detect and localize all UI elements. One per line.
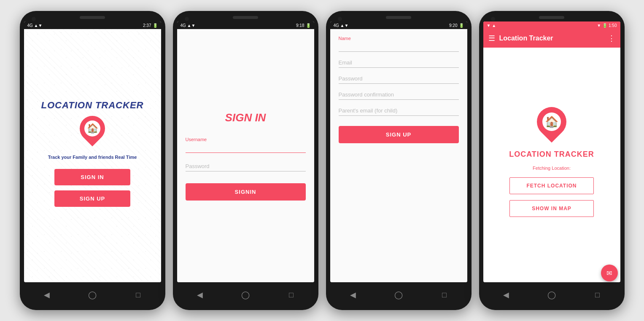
status-bar: 4G ▲▼ 2:37 🔋 — [24, 21, 161, 29]
status-bar: 4G ▲▼ 9:20 🔋 — [330, 21, 467, 29]
battery-icon: 🔋 — [602, 23, 607, 28]
recent-button[interactable]: □ — [438, 289, 450, 301]
password-input[interactable] — [339, 74, 459, 84]
signin-content: SIGN IN Username SIGNIN — [177, 29, 314, 282]
dashboard-pin-inner: 🏠 — [542, 112, 561, 131]
nav-bar: ◀ ◯ □ — [483, 285, 620, 305]
parent-email-group — [339, 106, 459, 116]
signup-button[interactable]: SIGN UP — [339, 126, 459, 143]
wifi-icon: ▼ — [597, 23, 601, 28]
name-label: Name — [339, 36, 459, 41]
menu-icon[interactable]: ☰ — [488, 34, 495, 43]
status-time: 9:18 — [296, 23, 304, 28]
status-left: 4G ▲▼ — [334, 23, 349, 28]
phone-4-dashboard: ▼ ▲ ▼ 🔋 1:50 ☰ Location Tracker ⋮ 🏠 LOCA… — [479, 11, 625, 310]
status-left: 4G ▲▼ — [27, 23, 43, 28]
fab-email-button[interactable]: ✉ — [601, 265, 618, 281]
username-group: Username — [186, 137, 306, 153]
status-time: 9:20 — [449, 23, 457, 28]
dashboard-content: 🏠 LOCATION TRACKER Fetching Location: FE… — [483, 48, 620, 282]
recent-button[interactable]: □ — [132, 289, 144, 301]
fetch-location-button[interactable]: FETCH LOCATION — [509, 177, 594, 194]
nav-bar: ◀ ◯ □ — [330, 285, 467, 305]
home-button[interactable]: ◯ — [393, 289, 404, 301]
nav-bar: ◀ ◯ □ — [24, 285, 161, 305]
splash-signup-button[interactable]: SIGN UP — [54, 190, 130, 207]
speaker — [233, 16, 258, 19]
fetching-text: Fetching Location: — [533, 166, 571, 171]
app-bar: ☰ Location Tracker ⋮ — [483, 29, 620, 48]
home-button[interactable]: ◯ — [86, 289, 98, 301]
name-input[interactable] — [339, 42, 459, 52]
more-icon[interactable]: ⋮ — [608, 34, 615, 43]
camera — [491, 17, 495, 21]
battery-icon: 🔋 — [306, 23, 311, 28]
signin-title: SIGN IN — [225, 111, 266, 124]
password-input[interactable] — [186, 161, 306, 171]
back-button[interactable]: ◀ — [41, 289, 53, 301]
camera — [338, 17, 342, 21]
username-input[interactable] — [186, 143, 306, 153]
pin-inner: 🏠 — [84, 120, 100, 136]
phone-3-signup: 4G ▲▼ 9:20 🔋 Name SIGN UP — [326, 11, 472, 310]
dashboard-screen: ▼ ▲ ▼ 🔋 1:50 ☰ Location Tracker ⋮ 🏠 LOCA… — [483, 21, 620, 282]
speaker — [539, 16, 564, 19]
camera — [32, 17, 36, 21]
house-icon: 🏠 — [87, 123, 98, 134]
battery-icon: 🔋 — [459, 23, 464, 28]
status-bar: ▼ ▲ ▼ 🔋 1:50 — [483, 21, 620, 29]
email-group — [339, 58, 459, 68]
app-bar-title: Location Tracker — [499, 35, 608, 42]
recent-button[interactable]: □ — [591, 289, 603, 301]
password-confirm-input[interactable] — [339, 90, 459, 100]
status-time: 2:37 — [143, 23, 151, 28]
recent-button[interactable]: □ — [285, 289, 297, 301]
back-button[interactable]: ◀ — [500, 289, 512, 301]
username-label: Username — [186, 137, 306, 142]
signin-button[interactable]: SIGNIN — [186, 183, 306, 201]
back-button[interactable]: ◀ — [347, 289, 359, 301]
home-button[interactable]: ◯ — [546, 289, 558, 301]
battery-icon: 🔋 — [153, 23, 158, 28]
password-confirm-group — [339, 90, 459, 100]
password-group — [339, 74, 459, 84]
splash-screen: 4G ▲▼ 2:37 🔋 LOCATION TRACKER 🏠 Track yo… — [24, 21, 161, 282]
password-group — [186, 161, 306, 171]
location-pin: 🏠 — [78, 116, 107, 150]
parent-email-input[interactable] — [339, 106, 459, 116]
phone-2-signin: 4G ▲▼ 9:18 🔋 SIGN IN Username SIGNIN ◀ ◯… — [173, 11, 318, 310]
splash-title: LOCATION TRACKER — [41, 100, 144, 111]
dashboard-house-icon: 🏠 — [545, 115, 558, 128]
back-button[interactable]: ◀ — [194, 289, 206, 301]
phone-1-splash: 4G ▲▼ 2:37 🔋 LOCATION TRACKER 🏠 Track yo… — [20, 11, 165, 310]
status-bar: 4G ▲▼ 9:18 🔋 — [177, 21, 314, 29]
dashboard-pin: 🏠 — [535, 107, 569, 145]
nav-bar: ◀ ◯ □ — [177, 285, 314, 305]
speaker — [80, 16, 105, 19]
splash-signin-button[interactable]: SIGN IN — [54, 169, 130, 185]
status-left: 4G ▲▼ — [181, 23, 196, 28]
show-in-map-button[interactable]: SHOW IN MAP — [509, 200, 594, 217]
email-input[interactable] — [339, 58, 459, 68]
signup-content: Name SIGN UP — [330, 29, 467, 282]
splash-content: LOCATION TRACKER 🏠 Track your Family and… — [24, 29, 161, 282]
name-group: Name — [339, 36, 459, 52]
signin-screen: 4G ▲▼ 9:18 🔋 SIGN IN Username SIGNIN — [177, 21, 314, 282]
splash-subtitle: Track your Family and friends Real Time — [48, 155, 137, 160]
signup-screen: 4G ▲▼ 9:20 🔋 Name SIGN UP — [330, 21, 467, 282]
status-left: ▼ ▲ — [487, 23, 496, 28]
home-button[interactable]: ◯ — [240, 289, 251, 301]
status-time: 1:50 — [609, 23, 617, 28]
dashboard-title: LOCATION TRACKER — [509, 150, 594, 159]
speaker — [386, 16, 411, 19]
camera — [185, 17, 189, 21]
